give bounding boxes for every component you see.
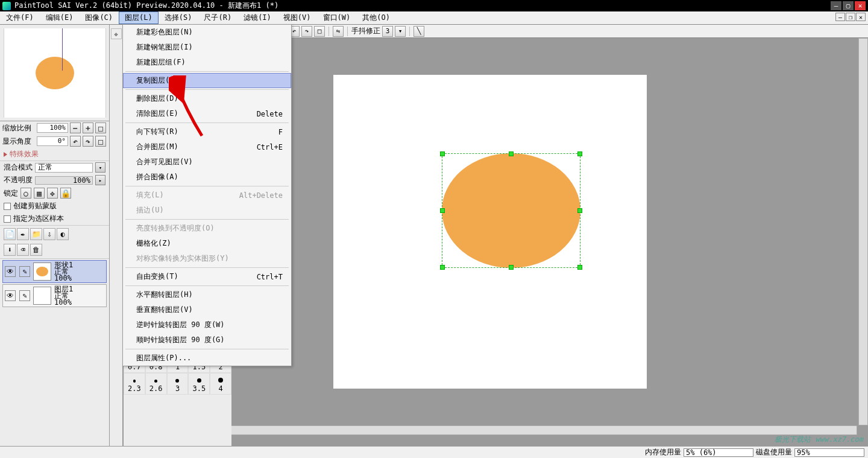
menu-item-label: 垂直翻转图层(V) <box>136 305 193 315</box>
stabilizer-field[interactable]: 3 <box>382 26 393 37</box>
menu-item[interactable]: 合并可见图层(V) <box>123 154 291 170</box>
mdi-close-button[interactable]: ✕ <box>856 13 866 21</box>
brush-size-cell[interactable]: 4 <box>210 373 231 395</box>
rotate-reset-button[interactable]: □ <box>95 136 106 147</box>
app-icon <box>2 2 11 10</box>
menu-item[interactable]: 垂直翻转图层(V) <box>123 302 291 317</box>
new-vector-button[interactable]: ✒ <box>17 228 29 240</box>
edit-toggle[interactable]: ✎ <box>19 266 30 277</box>
menu-item[interactable]: 水平翻转图层(H) <box>123 287 291 302</box>
horizontal-scrollbar[interactable] <box>123 425 857 435</box>
menu-item[interactable]: 新建彩色图层(N) <box>123 25 291 40</box>
menu-item-label: 顺时针旋转图层 90 度(G) <box>136 335 225 345</box>
blend-mode-select[interactable]: 正常 <box>35 163 93 173</box>
rotate-ccw-button[interactable]: ↶ <box>70 136 81 147</box>
menu-编辑[interactable]: 编辑(E) <box>40 11 80 24</box>
stabilizer-dropdown[interactable]: ▾ <box>395 26 406 37</box>
delete-layer-button[interactable]: 🗑 <box>30 244 42 256</box>
menu-选择[interactable]: 选择(S) <box>159 11 198 24</box>
brush-size-cell[interactable]: 2.6 <box>145 373 167 395</box>
vertical-scrollbar[interactable] <box>858 38 868 425</box>
menu-item[interactable]: 图层属性(P)... <box>123 351 291 366</box>
brush-size-cell[interactable]: 2.3 <box>124 373 145 395</box>
selection-box[interactable] <box>442 153 580 268</box>
handle-top-left[interactable] <box>440 151 445 156</box>
zoom-reset-button[interactable]: □ <box>95 122 106 133</box>
menu-item[interactable]: 自由变换(T)Ctrl+T <box>123 269 291 284</box>
menu-item[interactable]: 删除图层(D) <box>123 91 291 106</box>
menu-item[interactable]: 新建钢笔图层(I) <box>123 40 291 55</box>
lock-all-button[interactable]: 🔒 <box>60 188 71 199</box>
lock-none-button[interactable]: ○ <box>20 188 31 199</box>
navigator <box>0 25 109 121</box>
handle-bottom[interactable] <box>509 265 514 270</box>
menu-item: 亮度转换到不透明度(O) <box>123 221 291 236</box>
navigator-preview[interactable] <box>4 28 105 118</box>
close-button[interactable]: ✕ <box>855 1 866 10</box>
handle-right[interactable] <box>577 208 582 213</box>
menu-item[interactable]: 逆时针旋转图层 90 度(W) <box>123 317 291 332</box>
menu-视图[interactable]: 视图(V) <box>277 11 317 24</box>
zoom-field[interactable]: 100% <box>37 123 68 133</box>
angle-field[interactable]: 0° <box>37 136 68 146</box>
menu-滤镜[interactable]: 滤镜(I) <box>237 11 277 24</box>
opacity-stepper[interactable]: ▸ <box>95 175 105 185</box>
transfer-down-button[interactable]: ⇩ <box>43 228 55 240</box>
edit-toggle[interactable]: ✎ <box>19 290 30 301</box>
handle-top[interactable] <box>509 151 514 156</box>
menu-其他[interactable]: 其他(O) <box>356 11 396 24</box>
merge-down-button[interactable]: ⬇ <box>4 244 16 256</box>
layer-mask-button[interactable]: ◐ <box>57 228 69 240</box>
visibility-toggle[interactable]: 👁 <box>5 290 16 301</box>
menu-文件[interactable]: 文件(F) <box>0 11 40 24</box>
dropdown-arrow-icon[interactable]: ▾ <box>95 162 105 173</box>
handle-left[interactable] <box>440 208 445 213</box>
zoom-in-button[interactable]: + <box>83 122 93 133</box>
menu-item[interactable]: 拼合图像(A) <box>123 170 291 185</box>
flip-horizontal-icon[interactable]: ⇋ <box>333 26 344 37</box>
menu-尺子[interactable]: 尺子(R) <box>198 11 237 24</box>
zoom-out-button[interactable]: − <box>70 122 81 133</box>
brush-size-cell[interactable]: 3.5 <box>188 373 210 395</box>
move-tool-icon[interactable]: ✥ <box>111 28 122 39</box>
minimize-button[interactable]: – <box>831 1 841 10</box>
lock-pixels-button[interactable]: ▦ <box>34 188 45 199</box>
selection-source-checkbox[interactable] <box>4 215 11 223</box>
menu-item[interactable]: 顺时针旋转图层 90 度(G) <box>123 332 291 348</box>
mdi-minimize-button[interactable]: – <box>835 13 845 21</box>
menu-item-label: 拼合图像(A) <box>136 172 178 182</box>
toolbar-rotate-reset[interactable]: □ <box>314 26 325 37</box>
rotate-cw-button[interactable]: ↷ <box>83 136 93 147</box>
layer-row[interactable]: 👁✎形状1正常100% <box>2 260 107 283</box>
new-group-button[interactable]: 📁 <box>30 228 42 240</box>
menu-item: 对称实像转换为实体图形(Y) <box>123 251 291 266</box>
line-tool-icon[interactable]: ╲ <box>414 26 424 37</box>
clipping-checkbox[interactable] <box>4 203 11 210</box>
visibility-toggle[interactable]: 👁 <box>5 266 16 277</box>
menu-item[interactable]: 合并图层(M)Ctrl+E <box>123 139 291 154</box>
lock-move-button[interactable]: ✥ <box>47 188 58 199</box>
toolbar-rotate-cw[interactable]: ↷ <box>301 26 312 37</box>
clipping-label: 创建剪贴蒙版 <box>13 201 57 211</box>
handle-bottom-left[interactable] <box>440 265 445 270</box>
menu-item[interactable]: 清除图层(E)Delete <box>123 106 291 121</box>
handle-bottom-right[interactable] <box>577 265 582 270</box>
menu-item[interactable]: 新建图层组(F) <box>123 55 291 70</box>
menu-item[interactable]: 向下转写(R)F <box>123 124 291 139</box>
menu-item[interactable]: 栅格化(Z) <box>123 236 291 251</box>
handle-top-right[interactable] <box>577 151 582 156</box>
mdi-restore-button[interactable]: ❐ <box>846 13 855 21</box>
menu-item-shortcut: Ctrl+T <box>257 273 283 281</box>
clear-layer-button[interactable]: ⌫ <box>17 244 29 256</box>
menu-图层[interactable]: 图层(L) <box>119 11 159 24</box>
menu-窗口[interactable]: 窗口(W) <box>317 11 357 24</box>
brush-size-cell[interactable]: 3 <box>167 373 189 395</box>
new-layer-button[interactable]: 📄 <box>4 228 16 240</box>
special-effects-toggle[interactable]: 特殊效果 <box>0 148 109 161</box>
menu-item[interactable]: 复制图层(C) <box>123 73 291 88</box>
opacity-slider[interactable]: 100% <box>35 176 93 185</box>
menu-图像[interactable]: 图像(C) <box>79 11 119 24</box>
layer-row[interactable]: 👁✎图层1正常100% <box>2 284 107 307</box>
maximize-button[interactable]: ▢ <box>843 1 854 10</box>
canvas[interactable] <box>333 75 647 389</box>
